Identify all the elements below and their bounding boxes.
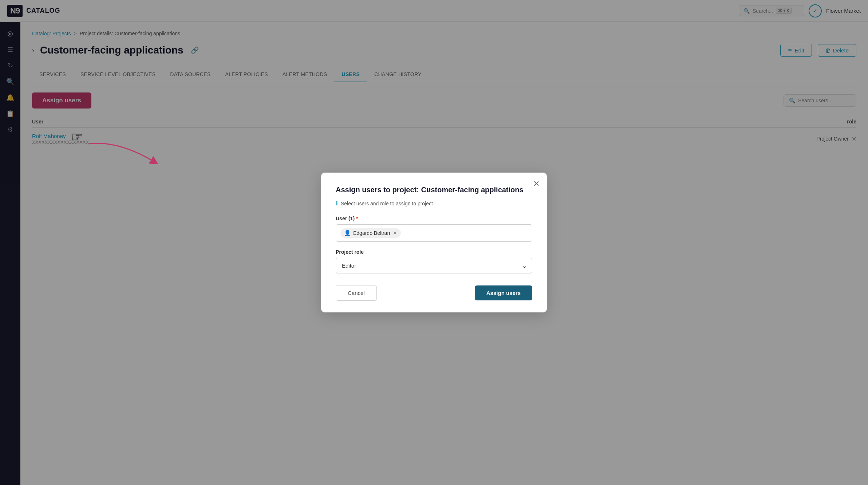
cancel-button[interactable]: Cancel	[336, 285, 377, 301]
info-icon: ℹ	[336, 200, 338, 207]
modal-assign-button[interactable]: Assign users	[475, 285, 532, 300]
modal-info-text: Select users and role to assign to proje…	[341, 201, 433, 206]
modal-close-button[interactable]: ✕	[533, 179, 540, 189]
modal-title: Assign users to project: Customer-facing…	[336, 186, 532, 194]
role-select-wrapper: Editor Viewer Project Owner ⌄	[336, 258, 532, 273]
modal-overlay: ✕ Assign users to project: Customer-faci…	[0, 0, 868, 485]
role-field-label: Project role	[336, 249, 532, 255]
user-tag-icon: 👤	[344, 230, 351, 236]
remove-user-tag[interactable]: ✕	[393, 230, 397, 236]
required-indicator: *	[356, 216, 358, 221]
role-select[interactable]: Editor Viewer Project Owner	[336, 258, 532, 273]
user-select-box[interactable]: 👤 Edgardo Beltran ✕	[336, 224, 532, 242]
assign-users-modal: ✕ Assign users to project: Customer-faci…	[321, 173, 547, 312]
modal-info: ℹ Select users and role to assign to pro…	[336, 200, 532, 207]
modal-footer: Cancel Assign users	[336, 285, 532, 301]
user-field-label: User (1) *	[336, 216, 532, 221]
selected-user-name: Edgardo Beltran	[353, 230, 390, 236]
user-tag: 👤 Edgardo Beltran ✕	[340, 228, 401, 238]
